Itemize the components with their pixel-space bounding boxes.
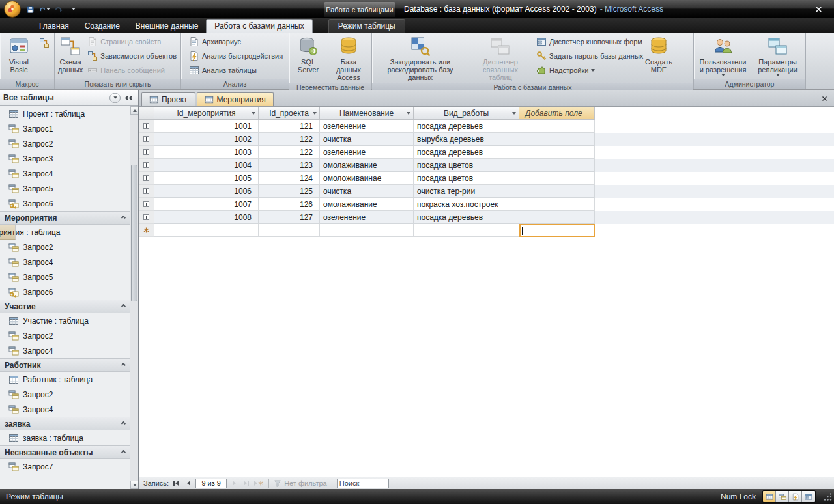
nav-item-zapros6b[interactable]: Запрос6 — [0, 285, 130, 300]
make-mde-button[interactable]: Создать MDE — [641, 35, 676, 75]
undo-button[interactable] — [38, 3, 50, 15]
table-cell[interactable] — [519, 172, 595, 185]
column-dropdown-icon[interactable] — [407, 112, 410, 115]
nav-item-zapros4d[interactable]: Запрос4 — [0, 402, 130, 417]
table-cell[interactable]: посадка деревьев — [414, 120, 519, 133]
addins-button[interactable]: Надстройки — [534, 63, 637, 77]
doc-tab-meropriyatiya[interactable]: Мероприятия — [197, 92, 274, 106]
table-cell[interactable]: 1006 — [154, 185, 259, 198]
document-close-button[interactable] — [819, 94, 829, 103]
column-dropdown-icon[interactable] — [512, 112, 516, 115]
select-all-cell[interactable] — [139, 107, 154, 120]
previous-record-button[interactable] — [183, 479, 194, 488]
table-cell[interactable]: вырубка деревьев — [414, 133, 519, 146]
table-cell[interactable]: 125 — [259, 185, 320, 198]
add-field-header[interactable]: Добавить поле — [519, 107, 595, 120]
nav-section-meropriyatiya[interactable]: Мероприятия — [0, 211, 130, 225]
table-cell[interactable]: посадка деревьев — [414, 146, 519, 159]
table-cell[interactable] — [519, 146, 595, 159]
table-cell[interactable]: омолаживание — [320, 198, 414, 211]
first-record-button[interactable] — [171, 479, 181, 488]
nav-item-zapros2d[interactable]: Запрос2 — [0, 387, 130, 402]
table-cell[interactable]: 123 — [259, 159, 320, 172]
expand-plus-icon[interactable] — [143, 188, 149, 194]
datasheet-view-button[interactable] — [763, 491, 776, 502]
nav-pane-menu-button[interactable] — [109, 93, 121, 103]
expand-plus-icon[interactable] — [143, 214, 149, 220]
nav-scrollbar[interactable] — [130, 106, 138, 489]
table-cell[interactable]: 124 — [259, 172, 320, 185]
nav-section-rabotnik[interactable]: Работник — [0, 358, 130, 372]
scroll-up-button[interactable] — [130, 106, 138, 115]
row-selector[interactable] — [139, 120, 154, 133]
table-cell[interactable]: посадка цветов — [414, 159, 519, 172]
new-record-selector[interactable] — [139, 224, 154, 237]
table-cell[interactable]: 121 — [259, 120, 320, 133]
office-button[interactable] — [4, 1, 21, 18]
table-cell[interactable]: 127 — [259, 211, 320, 224]
nav-item-zapros7[interactable]: Запрос7 — [0, 459, 130, 474]
table-cell[interactable]: озеленение — [320, 120, 414, 133]
doc-tab-proekt[interactable]: Проект — [141, 92, 195, 106]
nav-item-zapros2b[interactable]: Запрос2 — [0, 240, 130, 255]
pivotchart-view-button[interactable] — [789, 491, 802, 502]
pivottable-view-button[interactable] — [776, 491, 789, 502]
column-dropdown-icon[interactable] — [313, 112, 317, 115]
table-cell[interactable]: посадка цветов — [414, 172, 519, 185]
analyze-table-button[interactable]: Анализ таблицы — [187, 63, 285, 77]
tab-external-data[interactable]: Внешние данные — [128, 19, 207, 33]
scroll-down-button[interactable] — [130, 481, 138, 489]
nav-pane-header[interactable]: Все таблицы — [0, 90, 138, 106]
column-header-id-proekta[interactable]: Id_проекта — [259, 107, 320, 120]
table-cell[interactable]: омолаживание — [320, 159, 414, 172]
table-cell[interactable]: 1001 — [154, 120, 259, 133]
nav-item-zapros3[interactable]: Запрос3 — [0, 151, 130, 166]
table-cell[interactable]: 1002 — [154, 133, 259, 146]
table-cell[interactable]: озеленение — [320, 211, 414, 224]
nav-item-meropriyatiya-table[interactable]: Мероприятия : таблица — [0, 225, 16, 240]
nav-item-proekt-table[interactable]: Проект : таблица — [0, 106, 130, 121]
table-cell[interactable] — [154, 224, 259, 237]
access-database-button[interactable]: База данных Access — [328, 35, 369, 83]
nav-item-uchastie-table[interactable]: Участие : таблица — [0, 313, 130, 328]
customize-qat-button[interactable] — [67, 3, 79, 15]
row-selector[interactable] — [139, 185, 154, 198]
sql-server-button[interactable]: SQL Server — [292, 35, 324, 75]
table-cell[interactable] — [519, 198, 595, 211]
column-header-naimenovanie[interactable]: Наименование — [320, 107, 414, 120]
nav-item-zapros6[interactable]: Запрос6 — [0, 196, 130, 211]
table-cell[interactable]: очистка — [320, 133, 414, 146]
visual-basic-button[interactable]: Visual Basic — [2, 35, 36, 75]
nav-item-zapros4c[interactable]: Запрос4 — [0, 343, 130, 358]
row-selector[interactable] — [139, 133, 154, 146]
tab-create[interactable]: Создание — [77, 19, 128, 33]
nav-item-zapros4b[interactable]: Запрос4 — [0, 255, 130, 270]
table-cell[interactable] — [519, 120, 595, 133]
nav-item-rabotnik-table[interactable]: Работник : таблица — [0, 372, 130, 387]
table-cell[interactable]: 1005 — [154, 172, 259, 185]
row-selector[interactable] — [139, 211, 154, 224]
tab-home[interactable]: Главная — [31, 19, 77, 33]
table-cell[interactable]: 1007 — [154, 198, 259, 211]
column-dropdown-icon[interactable] — [252, 112, 255, 115]
nav-item-zapros1[interactable]: Запрос1 — [0, 121, 130, 136]
table-cell[interactable]: омоложиваинае — [320, 172, 414, 185]
nav-pane-collapse-button[interactable] — [123, 92, 135, 104]
nav-item-zapros2[interactable]: Запрос2 — [0, 136, 130, 151]
search-input[interactable] — [337, 479, 389, 488]
analyze-performance-button[interactable]: Анализ быстродействия — [187, 49, 285, 63]
active-cell[interactable] — [519, 224, 595, 237]
table-cell[interactable]: 122 — [259, 133, 320, 146]
encode-decode-button[interactable]: Закодировать или раскодировать базу данн… — [374, 35, 467, 83]
run-macro-button[interactable] — [37, 36, 51, 50]
design-view-button[interactable] — [802, 491, 815, 502]
table-cell[interactable]: 1008 — [154, 211, 259, 224]
users-permissions-button[interactable]: Пользователи и разрешения — [697, 35, 749, 77]
table-cell[interactable]: 1004 — [154, 159, 259, 172]
record-position-box[interactable]: 9 из 9 — [195, 479, 227, 488]
table-cell[interactable] — [259, 224, 320, 237]
object-dependencies-button[interactable]: Зависимости объектов — [85, 49, 179, 63]
table-cell[interactable] — [519, 159, 595, 172]
table-cell[interactable]: покраска хоз.построек — [414, 198, 519, 211]
table-cell[interactable]: 126 — [259, 198, 320, 211]
